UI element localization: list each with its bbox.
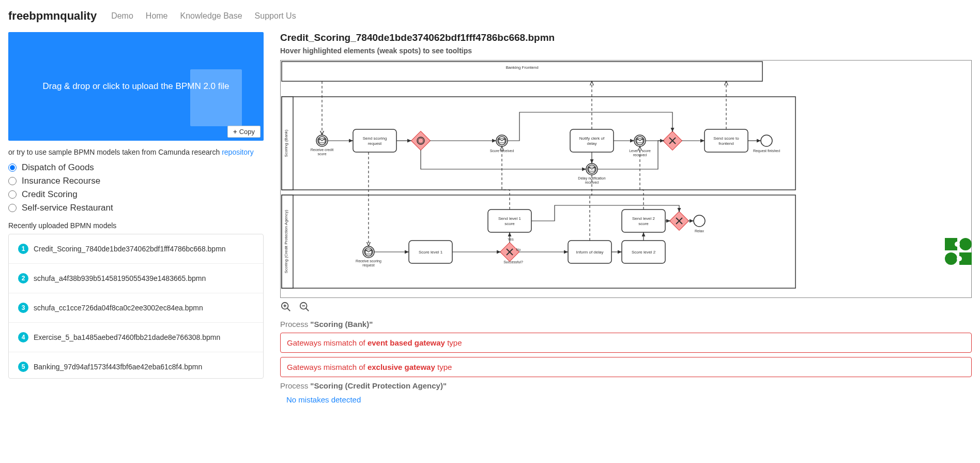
svg-text:Relax: Relax xyxy=(695,229,704,233)
upload-dropzone[interactable]: Drag & drop or click to upload the BPMN … xyxy=(8,32,264,141)
recent-list[interactable]: 1Credit_Scoring_7840de1bde374062bdf1fff4… xyxy=(8,234,264,379)
recent-item[interactable]: 2schufa_a4f38b939b51458195055439e1483665… xyxy=(9,264,263,293)
error-box[interactable]: Gateways mismatch of exclusive gateway t… xyxy=(280,357,972,377)
radio-restaurant[interactable]: Self-service Restaurant xyxy=(8,203,264,213)
recent-label: Recently uploaded BPMN models xyxy=(8,221,264,230)
svg-rect-21 xyxy=(570,129,614,152)
recent-item[interactable]: 4Exercise_5_ba1485aebed7460fbb21dade8e76… xyxy=(9,323,263,352)
bpmn-diagram[interactable]: Banking Frontend Scoring (Bank) Scoring … xyxy=(280,60,972,298)
repository-link[interactable]: repository xyxy=(222,148,253,156)
svg-point-72 xyxy=(955,242,960,247)
svg-text:score: score xyxy=(638,221,649,226)
radio-dispatch[interactable]: Dispatch of Goods xyxy=(8,162,264,173)
svg-rect-48 xyxy=(488,210,531,232)
svg-text:request: request xyxy=(362,263,374,267)
svg-text:Send level 1: Send level 1 xyxy=(498,216,522,221)
svg-line-62 xyxy=(287,308,290,311)
svg-text:request: request xyxy=(368,141,382,146)
file-title: Credit_Scoring_7840de1bde374062bdf1fff47… xyxy=(280,32,972,43)
svg-rect-33 xyxy=(705,129,748,152)
svg-text:delay: delay xyxy=(587,141,596,146)
recent-item[interactable]: 1Credit_Scoring_7840de1bde374062bdf1fff4… xyxy=(9,234,263,264)
svg-text:Yes: Yes xyxy=(508,237,514,241)
ok-box: No mistakes detected xyxy=(280,394,972,405)
svg-point-36 xyxy=(761,135,772,146)
sample-radio-list: Dispatch of Goods Insurance Recourse Cre… xyxy=(8,162,264,213)
tooltip-hint: Hover highlighted elements (weak spots) … xyxy=(280,47,972,55)
radio-credit[interactable]: Credit Scoring xyxy=(8,189,264,200)
svg-line-66 xyxy=(306,308,309,311)
radio-insurance[interactable]: Insurance Recourse xyxy=(8,176,264,186)
svg-text:Score level 2: Score level 2 xyxy=(632,250,656,255)
nav-home[interactable]: Home xyxy=(146,11,168,21)
sample-text: or try to use sample BPMN models taken f… xyxy=(8,148,264,156)
svg-text:Scoring (Bank): Scoring (Bank) xyxy=(284,129,288,157)
svg-point-70 xyxy=(945,252,957,265)
svg-text:Send score to: Send score to xyxy=(713,136,739,141)
svg-rect-55 xyxy=(622,210,665,232)
svg-point-69 xyxy=(959,238,972,250)
svg-text:Notify clerk of: Notify clerk of xyxy=(579,136,605,141)
svg-rect-5 xyxy=(282,195,795,288)
svg-rect-0 xyxy=(282,62,762,81)
process-2-label: Process "Scoring (Credit Protection Agen… xyxy=(280,381,972,390)
svg-text:Send level 2: Send level 2 xyxy=(632,216,655,221)
svg-text:score: score xyxy=(504,221,515,226)
svg-point-73 xyxy=(957,256,962,261)
copy-button[interactable]: Copy xyxy=(227,126,261,138)
svg-text:Scoring (Credit Protection Age: Scoring (Credit Protection Agency) xyxy=(284,210,288,273)
svg-rect-12 xyxy=(353,129,396,152)
zoom-in-icon[interactable] xyxy=(280,301,292,312)
svg-text:Request finished: Request finished xyxy=(753,149,780,153)
dropzone-placeholder xyxy=(190,69,242,126)
process-1-label: Process "Scoring (Bank)" xyxy=(280,320,972,328)
svg-text:Banking Frontend: Banking Frontend xyxy=(506,65,538,70)
svg-text:Receive credit: Receive credit xyxy=(311,148,333,152)
svg-text:frontend: frontend xyxy=(718,141,733,146)
svg-text:No: No xyxy=(516,248,521,251)
puzzle-icon[interactable] xyxy=(945,238,972,265)
error-box[interactable]: Gateways mismatch of event based gateway… xyxy=(280,333,972,353)
zoom-out-icon[interactable] xyxy=(299,301,310,312)
svg-text:Receive scoring: Receive scoring xyxy=(356,259,381,263)
nav-kb[interactable]: Knowledge Base xyxy=(180,11,242,21)
recent-item[interactable]: 5Banking_97d94af1573f443fbf6ae42eba61c8f… xyxy=(9,352,263,379)
svg-text:Send scoring: Send scoring xyxy=(363,136,387,141)
svg-text:Successful?: Successful? xyxy=(503,260,523,264)
svg-point-59 xyxy=(694,215,705,227)
svg-text:score: score xyxy=(317,152,326,156)
svg-text:Inform of delay: Inform of delay xyxy=(576,250,604,255)
brand[interactable]: freebpmnquality xyxy=(8,9,97,23)
nav-support[interactable]: Support Us xyxy=(255,11,296,21)
svg-text:Score level 1: Score level 1 xyxy=(419,250,443,255)
recent-item[interactable]: 3schufa_cc1cce726da04f8ca0c2ee3002ec84ea… xyxy=(9,293,263,323)
nav-demo[interactable]: Demo xyxy=(111,11,133,21)
